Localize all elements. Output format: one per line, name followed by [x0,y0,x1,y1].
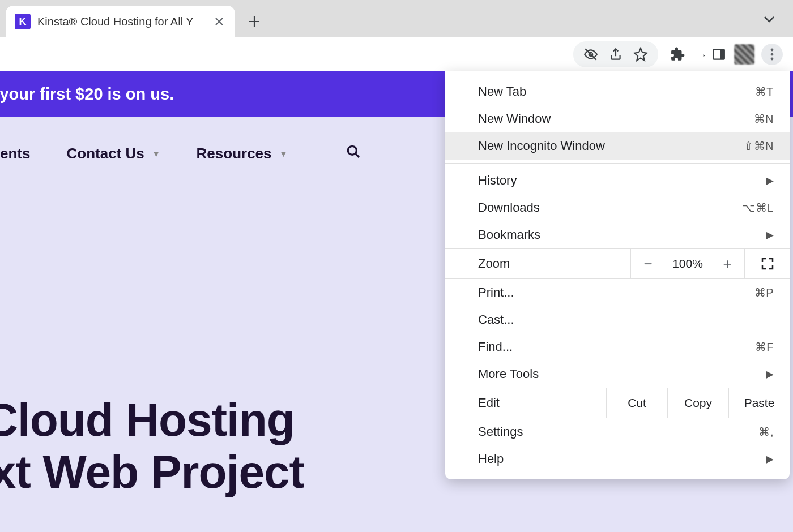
share-icon [608,47,623,62]
hero-line-1: st Cloud Hosting [0,394,304,446]
browser-tab[interactable]: K Kinsta® Cloud Hosting for All Y [6,6,235,37]
profile-avatar[interactable] [734,44,754,65]
site-search-button[interactable] [346,144,361,163]
zoom-controls: − 100% + [630,249,744,278]
menu-edit-row: Edit Cut Copy Paste [445,388,790,418]
chrome-menu: New Tab ⌘T New Window ⌘N New Incognito W… [445,71,790,479]
zoom-out-button[interactable]: − [631,255,665,273]
menu-item-shortcut: ⌘N [754,112,774,126]
hero-heading: st Cloud Hosting Next Web Project [0,394,304,498]
close-tab-button[interactable] [212,15,226,28]
menu-item-shortcut: ⌘F [755,340,774,354]
svg-point-4 [771,53,774,55]
star-icon [633,47,648,62]
address-bar-actions [573,41,658,67]
edit-copy-button[interactable]: Copy [667,388,728,418]
bookmark-button[interactable] [632,46,649,63]
menu-help[interactable]: Help ▶ [445,445,790,473]
svg-point-5 [771,57,774,60]
plus-icon [248,15,261,28]
nav-item-contact[interactable]: Contact Us ▼ [66,145,160,162]
tab-favicon: K [15,14,31,29]
tab-title: Kinsta® Cloud Hosting for All Y [37,15,206,28]
menu-item-shortcut: ⌘T [755,85,774,98]
fullscreen-button[interactable] [744,249,790,278]
menu-item-label: New Tab [478,84,755,99]
menu-item-label: History [478,173,766,188]
menu-more-tools[interactable]: More Tools ▶ [445,361,790,388]
menu-item-label: Print... [478,285,754,300]
puzzle-icon [671,47,685,62]
chevron-right-icon: ▶ [766,174,774,187]
menu-item-label: Help [478,452,766,466]
tab-search-button[interactable] [762,12,776,28]
side-panel-icon [711,47,726,62]
menu-item-label: New Window [478,111,754,126]
menu-item-shortcut: ⌥⌘L [742,201,774,214]
menu-find[interactable]: Find... ⌘F [445,333,790,361]
menu-item-label: New Incognito Window [478,139,744,153]
svg-point-3 [771,48,774,51]
nav-label: ents [0,145,30,162]
fullscreen-icon [761,258,774,270]
menu-item-label: Settings [478,424,758,439]
share-button[interactable] [607,46,624,63]
search-icon [346,144,361,159]
browser-toolbar [0,37,793,71]
menu-item-label: Zoom [445,256,630,271]
menu-cast[interactable]: Cast... [445,306,790,333]
reading-list-button[interactable] [690,46,707,63]
chevron-right-icon: ▶ [766,368,774,380]
close-icon [215,17,224,26]
eye-off-button[interactable] [582,46,599,63]
nav-item-resources[interactable]: Resources ▼ [197,145,288,162]
menu-item-shortcut: ⇧⌘N [744,139,774,153]
menu-settings[interactable]: Settings ⌘, [445,418,790,445]
reading-list-icon [691,47,706,62]
nav-item-partial[interactable]: ents [0,145,30,162]
tab-strip: K Kinsta® Cloud Hosting for All Y [0,0,793,37]
menu-item-label: Bookmarks [478,228,766,242]
hero-line-2: Next Web Project [0,446,304,498]
chrome-menu-button[interactable] [761,44,783,65]
menu-item-label: Cast... [478,312,774,327]
chevron-down-icon [762,12,776,26]
eye-off-icon [583,47,598,62]
menu-new-window[interactable]: New Window ⌘N [445,105,790,132]
svg-rect-2 [720,49,724,59]
edit-cut-button[interactable]: Cut [606,388,667,418]
menu-downloads[interactable]: Downloads ⌥⌘L [445,194,790,221]
zoom-percentage: 100% [665,257,710,271]
more-vertical-icon [770,48,774,61]
menu-new-tab[interactable]: New Tab ⌘T [445,78,790,105]
menu-print[interactable]: Print... ⌘P [445,279,790,306]
menu-item-shortcut: ⌘P [754,286,774,299]
chevron-right-icon: ▶ [766,453,774,465]
edit-paste-button[interactable]: Paste [728,388,790,418]
menu-item-label: Find... [478,340,755,354]
menu-item-label: Downloads [478,200,742,215]
menu-bookmarks[interactable]: Bookmarks ▶ [445,221,790,248]
chevron-right-icon: ▶ [766,229,774,241]
menu-zoom-row: Zoom − 100% + [445,248,790,279]
menu-item-label: Edit [445,396,606,410]
nav-label: Resources [197,145,272,162]
caret-down-icon: ▼ [152,149,160,158]
nav-label: Contact Us [66,145,144,162]
menu-divider [445,163,790,164]
menu-item-shortcut: ⌘, [758,425,774,439]
menu-item-label: More Tools [478,367,766,381]
menu-new-incognito[interactable]: New Incognito Window ⇧⌘N [445,132,790,160]
new-tab-button[interactable] [241,8,268,35]
svg-point-6 [348,146,357,155]
caret-down-icon: ▼ [280,149,288,158]
zoom-in-button[interactable]: + [710,255,744,273]
menu-history[interactable]: History ▶ [445,167,790,194]
side-panel-button[interactable] [710,46,727,63]
extensions-button[interactable] [670,46,687,63]
